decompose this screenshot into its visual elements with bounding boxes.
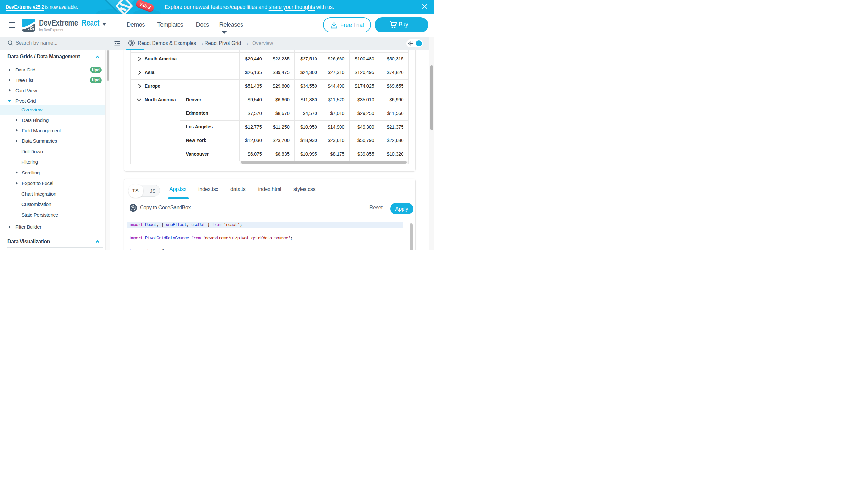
svg-text:JS: JS <box>28 25 35 31</box>
